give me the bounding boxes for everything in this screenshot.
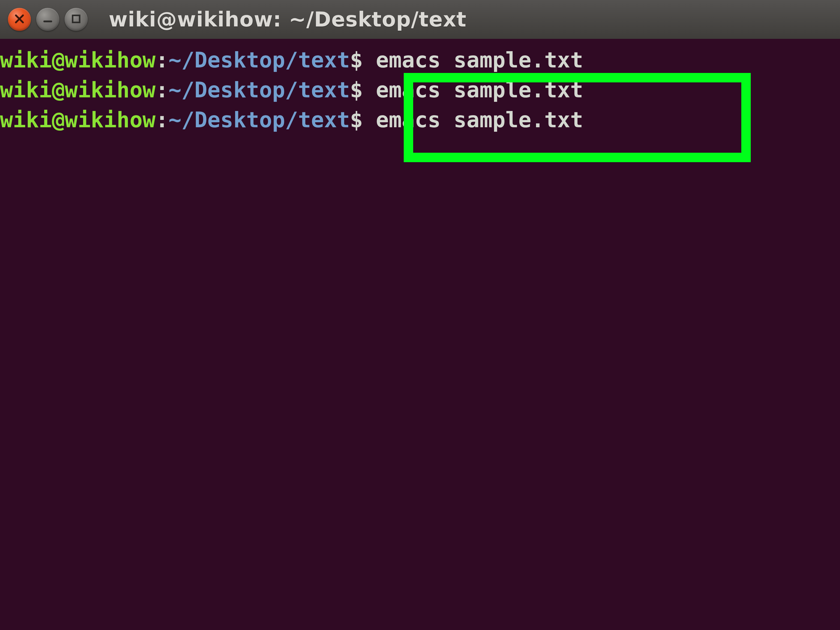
maximize-icon [70,13,82,26]
titlebar: wiki@wikihow: ~/Desktop/text [0,0,840,39]
prompt-user-host: wiki@wikihow [0,107,155,132]
minimize-icon [42,13,54,26]
terminal-line: wiki@wikihow:~/Desktop/text$ emacs sampl… [0,45,840,75]
prompt-path: ~/Desktop/text [169,77,350,102]
command-text: emacs sample.txt [376,47,583,72]
prompt-separator: : [155,107,168,132]
close-button[interactable] [8,8,31,31]
prompt-path: ~/Desktop/text [169,107,350,132]
maximize-button[interactable] [65,8,88,31]
command-text: emacs sample.txt [376,77,583,102]
terminal-line: wiki@wikihow:~/Desktop/text$ emacs sampl… [0,75,840,105]
close-icon [13,13,25,26]
terminal-line: wiki@wikihow:~/Desktop/text$ emacs sampl… [0,105,840,135]
prompt-dollar: $ [350,107,363,132]
command-text: emacs sample.txt [376,107,583,132]
prompt-dollar: $ [350,77,363,102]
command-text [363,107,376,132]
prompt-path: ~/Desktop/text [169,47,350,72]
terminal-area[interactable]: wiki@wikihow:~/Desktop/text$ emacs sampl… [0,39,840,630]
command-text [363,77,376,102]
minimize-button[interactable] [36,8,59,31]
prompt-dollar: $ [350,47,363,72]
prompt-user-host: wiki@wikihow [0,77,155,102]
window-title: wiki@wikihow: ~/Desktop/text [109,8,466,31]
prompt-separator: : [155,77,168,102]
prompt-user-host: wiki@wikihow [0,47,155,72]
command-text [363,47,376,72]
prompt-separator: : [155,47,168,72]
svg-rect-0 [73,16,80,22]
